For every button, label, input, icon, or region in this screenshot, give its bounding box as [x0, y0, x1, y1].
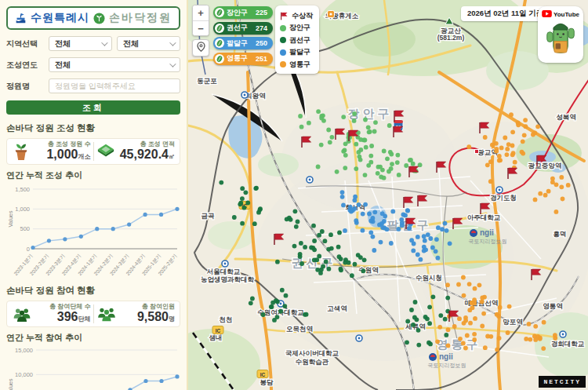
garden-dot[interactable] — [307, 121, 311, 126]
youtube-card[interactable]: YouTube — [538, 6, 583, 63]
garden-dot[interactable] — [299, 125, 304, 129]
garden-dot[interactable] — [372, 210, 377, 214]
garden-dot[interactable] — [312, 257, 317, 262]
garden-dot[interactable] — [368, 219, 373, 224]
garden-dot[interactable] — [354, 221, 359, 225]
garden-dot[interactable] — [566, 183, 571, 188]
garden-dot[interactable] — [542, 320, 546, 325]
garden-dot[interactable] — [390, 210, 395, 214]
garden-dot[interactable] — [336, 245, 341, 250]
garden-dot[interactable] — [541, 346, 546, 351]
garden-dot[interactable] — [443, 317, 448, 322]
garden-dot[interactable] — [252, 221, 257, 226]
garden-dot[interactable] — [293, 209, 298, 213]
garden-dot[interactable] — [407, 226, 412, 231]
garden-dot[interactable] — [412, 242, 416, 246]
garden-dot[interactable] — [278, 309, 283, 314]
garden-dot[interactable] — [494, 141, 499, 146]
garden-dot[interactable] — [445, 228, 449, 233]
garden-dot[interactable] — [411, 323, 416, 327]
district-pill-1[interactable]: 장안구225 — [213, 6, 273, 19]
garden-dot[interactable] — [538, 191, 543, 196]
garden-dot[interactable] — [470, 305, 475, 310]
garden-dot[interactable] — [249, 301, 253, 305]
garden-dot[interactable] — [403, 213, 408, 218]
garden-dot[interactable] — [520, 150, 524, 155]
garden-dot[interactable] — [330, 135, 335, 140]
garden-dot[interactable] — [483, 135, 488, 140]
garden-dot[interactable] — [343, 166, 347, 170]
garden-dot[interactable] — [390, 162, 394, 166]
garden-dot[interactable] — [238, 202, 242, 206]
garden-dot[interactable] — [357, 202, 361, 207]
garden-dot[interactable] — [416, 235, 420, 239]
search-button[interactable]: 조회 — [6, 100, 180, 115]
garden-dot[interactable] — [496, 314, 501, 319]
garden-dot[interactable] — [354, 166, 358, 171]
garden-dot[interactable] — [444, 333, 448, 337]
garden-dot[interactable] — [337, 254, 342, 259]
garden-dot[interactable] — [498, 305, 503, 310]
garden-dot[interactable] — [366, 125, 371, 129]
garden-dot[interactable] — [465, 334, 470, 338]
garden-dot[interactable] — [343, 153, 348, 158]
garden-dot[interactable] — [282, 304, 287, 308]
garden-dot[interactable] — [329, 246, 334, 251]
garden-dot[interactable] — [316, 109, 321, 114]
garden-dot[interactable] — [341, 203, 346, 208]
garden-dot[interactable] — [527, 322, 532, 326]
garden-dot[interactable] — [385, 156, 390, 161]
garden-dot[interactable] — [363, 118, 368, 122]
garden-dot[interactable] — [472, 337, 477, 342]
region-select[interactable]: 전체 — [49, 36, 112, 51]
garden-dot[interactable] — [533, 337, 538, 342]
garden-dot[interactable] — [473, 286, 477, 291]
garden-dot[interactable] — [495, 348, 499, 352]
youtube-link[interactable]: YouTube — [542, 10, 579, 19]
garden-dot[interactable] — [311, 224, 316, 228]
garden-dot[interactable] — [358, 255, 363, 260]
garden-dot[interactable] — [434, 237, 439, 242]
garden-dot[interactable] — [452, 324, 457, 329]
garden-dot[interactable] — [254, 186, 259, 191]
garden-dot[interactable] — [343, 148, 347, 153]
garden-dot[interactable] — [232, 215, 237, 220]
garden-dot[interactable] — [280, 288, 285, 293]
garden-dot[interactable] — [341, 115, 346, 119]
garden-dot[interactable] — [443, 221, 448, 226]
garden-dot[interactable] — [507, 304, 512, 309]
garden-dot[interactable] — [350, 273, 354, 278]
garden-dot[interactable] — [506, 330, 510, 335]
garden-dot[interactable] — [326, 128, 331, 133]
garden-dot[interactable] — [516, 122, 521, 127]
garden-dot[interactable] — [324, 260, 328, 264]
garden-dot[interactable] — [292, 244, 297, 249]
garden-dot[interactable] — [428, 236, 433, 241]
garden-dot[interactable] — [319, 143, 324, 148]
garden-dot[interactable] — [411, 249, 416, 253]
garden-dot[interactable] — [405, 340, 409, 344]
garden-dot[interactable] — [335, 169, 339, 174]
garden-dot[interactable] — [473, 316, 477, 321]
garden-dot[interactable] — [369, 144, 374, 148]
garden-dot[interactable] — [240, 196, 245, 201]
garden-dot[interactable] — [240, 186, 245, 191]
garden-dot[interactable] — [416, 253, 420, 257]
garden-dot[interactable] — [312, 239, 317, 243]
garden-dot[interactable] — [554, 210, 559, 214]
garden-dot[interactable] — [343, 141, 348, 146]
garden-dot[interactable] — [261, 312, 266, 317]
garden-dot[interactable] — [485, 334, 490, 339]
garden-dot[interactable] — [477, 282, 482, 287]
garden-dot[interactable] — [416, 328, 421, 333]
garden-dot[interactable] — [505, 152, 510, 157]
garden-dot[interactable] — [343, 228, 347, 233]
garden-dot[interactable] — [358, 158, 363, 162]
garden-dot[interactable] — [405, 209, 410, 213]
garden-dot[interactable] — [521, 139, 525, 144]
garden-dot[interactable] — [546, 189, 551, 194]
garden-dot[interactable] — [219, 180, 223, 185]
garden-dot[interactable] — [509, 112, 514, 117]
garden-dot[interactable] — [472, 332, 477, 337]
garden-dot[interactable] — [408, 158, 413, 162]
